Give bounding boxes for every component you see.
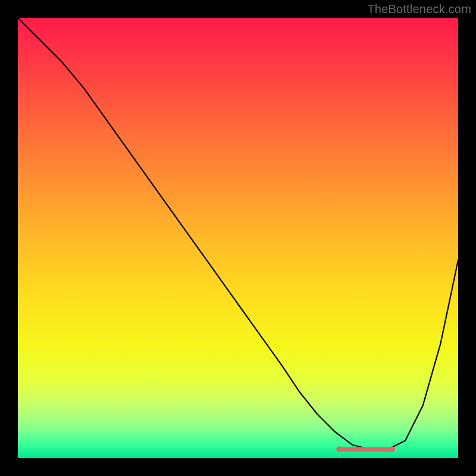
watermark-text: TheBottleneck.com [367,2,471,16]
bottleneck-curve-path [18,18,458,449]
flat-region-end-dot [389,446,395,452]
curve-layer [18,18,458,458]
plot-area [18,18,458,458]
flat-region-start-dot [336,446,342,452]
chart-frame: TheBottleneck.com [0,0,476,476]
